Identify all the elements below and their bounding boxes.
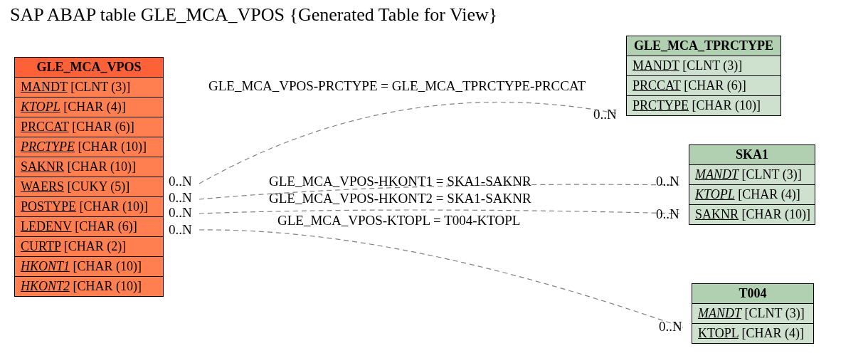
field-name: PRCTYPE — [21, 140, 75, 154]
field-name: MANDT — [698, 306, 741, 320]
field-name: KTOPL — [695, 187, 735, 201]
cardinality-left: 0..N — [169, 222, 192, 238]
field-name: PRCCAT — [21, 120, 69, 134]
field-type: [CHAR (10)] — [70, 259, 142, 273]
field-name: CURTP — [21, 239, 60, 253]
field-type: [CLNT (3)] — [741, 306, 805, 320]
field-type: [CHAR (10)] — [739, 207, 810, 221]
entity-field-row: MANDT [CLNT (3)] — [692, 304, 813, 324]
field-type: [CHAR (10)] — [76, 199, 148, 214]
entity-gle-mca-vpos: GLE_MCA_VPOS MANDT [CLNT (3)]KTOPL [CHAR… — [14, 57, 164, 297]
entity-t004: T004 MANDT [CLNT (3)]KTOPL [CHAR (4)] — [692, 283, 814, 344]
field-type: [CLNT (3)] — [739, 167, 802, 182]
entity-field-row: KTOPL [CHAR (4)] — [692, 324, 813, 343]
cardinality-right: 0..N — [656, 174, 679, 189]
entity-field-row: HKONT2 [CHAR (10)] — [15, 277, 163, 296]
entity-field-row: PRCTYPE [CHAR (10)] — [15, 137, 163, 157]
field-name: SAKNR — [21, 159, 64, 174]
cardinality-left: 0..N — [169, 205, 192, 221]
field-type: [CHAR (10)] — [689, 98, 761, 112]
field-type: [CHAR (10)] — [64, 159, 136, 174]
field-type: [CHAR (10)] — [75, 140, 147, 154]
entity-field-row: HKONT1 [CHAR (10)] — [15, 257, 163, 277]
field-name: MANDT — [695, 167, 739, 182]
relation-label-prctype: GLE_MCA_VPOS-PRCTYPE = GLE_MCA_TPRCTYPE-… — [208, 78, 586, 94]
field-type: [CLNT (3)] — [679, 58, 743, 73]
entity-header: GLE_MCA_TPRCTYPE — [627, 36, 780, 56]
entity-field-row: POSTYPE [CHAR (10)] — [15, 197, 163, 217]
entity-field-row: KTOPL [CHAR (4)] — [689, 185, 815, 205]
relation-label-hkont1: GLE_MCA_VPOS-HKONT1 = SKA1-SAKNR — [269, 174, 531, 189]
entity-field-row: KTOPL [CHAR (4)] — [15, 98, 163, 117]
relation-label-ktopl: GLE_MCA_VPOS-KTOPL = T004-KTOPL — [277, 213, 520, 228]
entity-field-row: PRCCAT [CHAR (6)] — [627, 76, 780, 96]
field-type: [CUKY (5)] — [64, 179, 129, 194]
cardinality-right: 0..N — [593, 107, 617, 122]
relation-label-hkont2: GLE_MCA_VPOS-HKONT2 = SKA1-SAKNR — [269, 191, 531, 206]
entity-field-row: PRCCAT [CHAR (6)] — [15, 117, 163, 137]
field-type: [CLNT (3)] — [68, 80, 131, 94]
cardinality-right: 0..N — [656, 206, 679, 222]
field-name: SAKNR — [695, 207, 739, 221]
field-name: HKONT1 — [21, 259, 70, 273]
field-name: PRCCAT — [633, 78, 681, 93]
entity-field-row: MANDT [CLNT (3)] — [627, 56, 780, 76]
cardinality-left: 0..N — [169, 174, 192, 189]
field-name: MANDT — [21, 80, 68, 94]
field-type: [CHAR (10)] — [70, 279, 142, 293]
field-name: LEDENV — [21, 219, 72, 233]
field-type: [CHAR (2)] — [60, 239, 126, 253]
entity-field-row: SAKNR [CHAR (10)] — [15, 157, 163, 177]
cardinality-right: 0..N — [659, 319, 682, 335]
field-name: KTOPL — [21, 100, 60, 114]
field-name: POSTYPE — [21, 199, 76, 214]
entity-field-row: MANDT [CLNT (3)] — [15, 78, 163, 98]
entity-field-row: MANDT [CLNT (3)] — [689, 165, 815, 185]
entity-field-row: WAERS [CUKY (5)] — [15, 177, 163, 197]
field-name: MANDT — [633, 58, 679, 73]
field-name: HKONT2 — [21, 279, 70, 293]
entity-header: T004 — [692, 284, 813, 304]
entity-field-row: SAKNR [CHAR (10)] — [689, 205, 815, 224]
field-type: [CHAR (6)] — [72, 219, 137, 233]
field-type: [CHAR (4)] — [60, 100, 126, 114]
field-name: PRCTYPE — [633, 98, 689, 112]
entity-header: SKA1 — [689, 145, 815, 165]
entity-ska1: SKA1 MANDT [CLNT (3)]KTOPL [CHAR (4)]SAK… — [689, 144, 815, 225]
cardinality-left: 0..N — [169, 190, 192, 206]
field-type: [CHAR (6)] — [681, 78, 746, 93]
field-type: [CHAR (6)] — [69, 120, 134, 134]
page-title: SAP ABAP table GLE_MCA_VPOS {Generated T… — [10, 4, 497, 26]
field-name: WAERS — [21, 179, 64, 194]
entity-field-row: CURTP [CHAR (2)] — [15, 237, 163, 257]
field-type: [CHAR (4)] — [735, 187, 800, 201]
field-name: KTOPL — [698, 326, 739, 340]
entity-gle-mca-tprctype: GLE_MCA_TPRCTYPE MANDT [CLNT (3)]PRCCAT … — [626, 36, 781, 116]
entity-field-row: PRCTYPE [CHAR (10)] — [627, 96, 780, 115]
entity-header: GLE_MCA_VPOS — [15, 58, 163, 78]
field-type: [CHAR (4)] — [739, 326, 804, 340]
entity-field-row: LEDENV [CHAR (6)] — [15, 217, 163, 237]
